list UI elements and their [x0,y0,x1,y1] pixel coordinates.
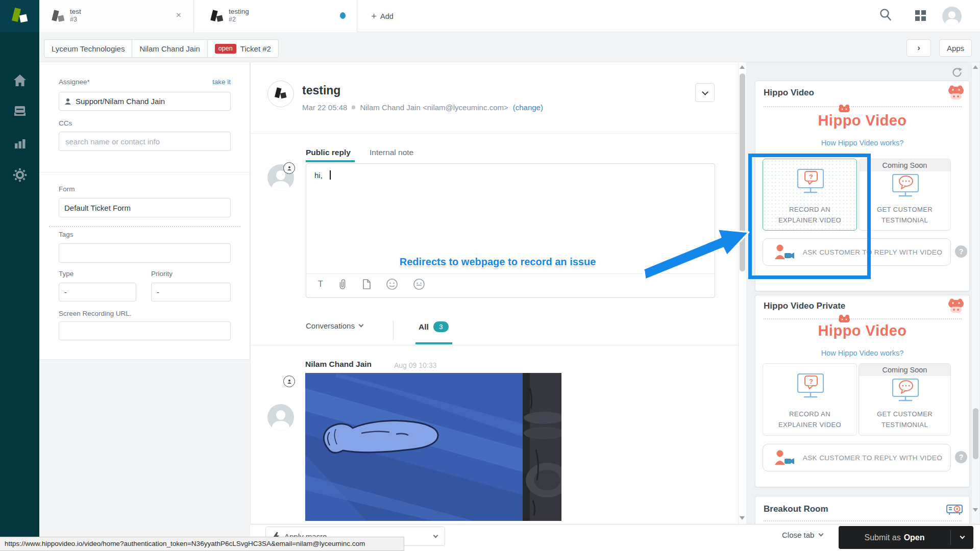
ticket-subline: Mar 22 05:48 Nilam Chand Jain <nilam@lyc… [302,103,543,112]
monitor-chat-icon [890,377,921,404]
breadcrumb-requester[interactable]: Nilam Chand Jain [132,39,207,58]
record-explainer-card[interactable]: ? RECORD AN EXPLAINER VIDEO [763,363,857,436]
user-avatar[interactable] [942,7,962,26]
expand-apps-button[interactable]: › [906,39,931,57]
scroll-up-arrow[interactable] [973,65,978,69]
collapse-header-button[interactable] [695,83,715,102]
tab-number: #2 [229,16,249,23]
assignee-field[interactable]: Support/Nilam Chand Jain [59,92,231,111]
zendesk-logo-icon [12,8,28,24]
sidebar-scrollbar-thumb[interactable] [973,408,978,459]
chevron-down-icon [358,322,363,328]
chevron-down-icon [819,532,824,537]
text-cursor [330,170,331,180]
scroll-down-arrow[interactable] [973,508,978,512]
tab-title: testing [229,8,249,16]
screen-recording-url-field[interactable] [59,321,231,340]
scroll-down-arrow[interactable] [740,516,745,520]
close-icon[interactable]: × [176,10,181,20]
draft-text: hi, [314,171,323,180]
reporting-icon[interactable] [12,136,28,151]
file-icon[interactable] [362,279,371,290]
card-label-line1: RECORD AN [763,409,856,419]
agent-workspace: test #3 × testing #2 + Add [0,0,980,551]
views-icon[interactable] [12,104,28,119]
scroll-up-arrow[interactable] [740,65,745,69]
search-icon[interactable] [879,8,892,22]
message-author: Nilam Chand Jain [305,360,372,369]
screen-recording-url-label: Screen Recording URL. [59,310,132,317]
tags-label: Tags [59,231,74,238]
unsaved-changes-dot [340,12,346,19]
tab-ticket-3[interactable]: test #3 × [39,0,194,32]
tab-internal-note[interactable]: Internal note [370,148,413,157]
message-image-attachment[interactable] [305,373,561,521]
header-divider [251,133,738,134]
help-icon[interactable]: ? [955,245,967,258]
refresh-icon[interactable] [951,67,963,78]
hippo-video-toolbar-icon[interactable] [386,278,398,290]
help-icon[interactable]: ? [955,451,967,463]
hippo-video-logo: Hippo Video [755,112,970,129]
monitor-chat-icon [890,172,921,199]
text-format-icon[interactable]: T [318,280,323,289]
attachment-icon[interactable] [338,279,347,290]
plus-icon: + [371,12,377,21]
how-it-works-link[interactable]: How Hippo Video works? [755,349,970,357]
ccs-field[interactable] [59,132,231,151]
ccs-input[interactable] [64,137,225,146]
form-field[interactable]: Default Ticket Form [59,198,231,217]
card-label-line2: EXPLAINER VIDEO [763,419,856,430]
submit-button-group: Submit as Open [839,526,973,549]
vertical-divider [393,320,394,340]
ask-customer-reply-button[interactable]: ASK CUSTOMER TO REPLY WITH VIDEO [763,444,951,471]
ask-label: ASK CUSTOMER TO REPLY WITH VIDEO [795,454,950,462]
ticket-tab-icon [52,10,64,23]
home-icon[interactable] [12,73,28,88]
message-time: Aug 09 10:33 [394,361,436,369]
conversations-divider [251,345,738,345]
take-it-link[interactable]: take it [212,78,231,86]
customer-avatar [267,404,294,431]
change-requester-link[interactable]: (change) [513,103,543,112]
agent-badge-icon [283,162,295,174]
customer-testimonial-card: Coming Soon GET CUSTOMER TESTIMONIAL [859,159,951,231]
customer-testimonial-card: Coming Soon GET CUSTOMER TESTIMONIAL [859,363,951,436]
ticket-tab-icon [211,10,223,23]
card-label-line2: TESTIMONIAL [859,419,950,430]
type-field[interactable]: - [59,283,136,302]
ticket-id-label: Ticket #2 [240,44,271,53]
priority-field[interactable]: - [151,283,231,302]
assignee-label: Assignee* [59,78,90,86]
hippo-video-private-toolbar-icon[interactable] [413,278,425,290]
panel-divider [764,520,962,521]
conversations-dropdown[interactable]: Conversations [306,321,363,330]
tab-all-conversations[interactable]: All 3 [419,321,449,332]
annotation-text: Redirects to webpage to record an issue [352,256,643,268]
tags-field[interactable] [59,243,231,263]
add-tab-button[interactable]: + Add [371,9,394,24]
submit-options-button[interactable] [951,526,973,549]
apps-grid-icon[interactable] [915,10,927,22]
ticket-date: Mar 22 05:48 [302,103,347,112]
admin-gear-icon[interactable] [12,167,28,183]
ccs-label: CCs [59,119,72,127]
apps-button[interactable]: Apps [939,39,972,57]
projector-icon [946,503,963,515]
ticket-avatar [267,81,294,107]
close-tab-dropdown[interactable]: Close tab [782,531,823,539]
chevron-down-icon [960,534,965,539]
hippo-app-icon [947,85,965,100]
zendesk-logo[interactable] [0,0,39,32]
tab-ticket-2[interactable]: testing #2 [194,0,357,32]
ticket-requester: Nilam Chand Jain <nilam@lyceuminc.com> [360,103,508,112]
monitor-question-icon: ? [795,371,826,399]
dotted-divider [49,226,240,227]
tab-public-reply[interactable]: Public reply [306,148,351,157]
add-label: Add [380,12,394,20]
section-divider [39,172,250,172]
breadcrumb-ticket[interactable]: open Ticket #2 [207,39,279,58]
breadcrumb-org[interactable]: Lyceum Technologies [44,39,132,58]
submit-as-open-button[interactable]: Submit as Open [839,526,950,549]
how-it-works-link[interactable]: How Hippo Video works? [755,139,970,147]
